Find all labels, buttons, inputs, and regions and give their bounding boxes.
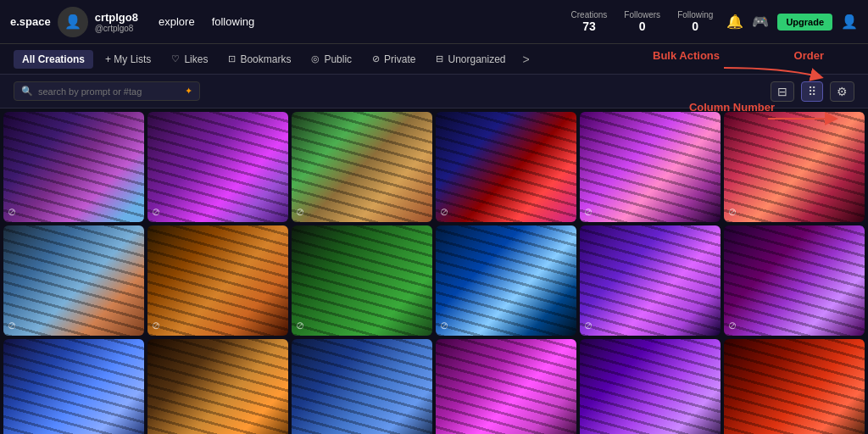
list-item[interactable]: ⊘ xyxy=(436,112,576,222)
search-input[interactable] xyxy=(38,86,180,97)
private-badge-icon: ⊘ xyxy=(584,320,593,331)
list-item[interactable]: ⊘ xyxy=(3,112,144,222)
grid-view-button[interactable]: ⠿ xyxy=(801,81,823,102)
stats-area: Creations 73 Followers 0 Following 0 xyxy=(571,10,714,33)
list-item[interactable]: ⊘ xyxy=(292,339,432,434)
order-settings-button[interactable]: ⚙ xyxy=(830,81,854,102)
list-item[interactable]: ⊘ xyxy=(436,225,576,336)
stat-creations-value: 73 xyxy=(571,19,608,33)
tab-private-label: Private xyxy=(384,53,415,65)
tab-public-label: Public xyxy=(324,53,352,65)
private-badge-icon: ⊘ xyxy=(296,320,304,331)
nav-explore[interactable]: explore xyxy=(159,15,195,28)
tab-my-lists-label: + My Lists xyxy=(105,53,151,65)
list-item[interactable]: ⊘ xyxy=(3,225,144,336)
bookmark-icon: ⊡ xyxy=(228,53,236,64)
stat-following-label: Following xyxy=(677,10,713,19)
private-badge-icon: ⊘ xyxy=(152,320,160,331)
tab-unorganized-label: Unorganized xyxy=(448,53,505,65)
tab-likes-label: Likes xyxy=(184,53,208,65)
notification-icon[interactable]: 🔔 xyxy=(726,14,743,30)
private-badge-icon: ⊘ xyxy=(728,206,737,218)
tab-private[interactable]: ⊘ Private xyxy=(364,50,424,69)
private-badge-icon: ⊘ xyxy=(728,320,737,331)
private-badge-icon: ⊘ xyxy=(8,206,16,218)
image-grid: ⊘ ⊘ ⊘ ⊘ ⊘ ⊘ ⊘ ⊘ ⊘ ⊘ ⊘ ⊘ ⊘ ⊘ ⊘ ⊘ ⊘ xyxy=(0,108,868,434)
username-block: crtplgo8 @crtplgo8 xyxy=(95,11,138,33)
private-badge-icon: ⊘ xyxy=(440,320,448,331)
discord-icon[interactable]: 🎮 xyxy=(752,14,769,30)
private-icon: ⊘ xyxy=(372,53,380,64)
list-item[interactable]: ⊘ xyxy=(3,339,144,434)
list-item[interactable]: ⊘ xyxy=(724,339,865,434)
tabs-bar: All Creations + My Lists ♡ Likes ⊡ Bookm… xyxy=(0,44,868,75)
list-item[interactable]: ⊘ xyxy=(292,225,432,336)
unorganized-icon: ⊟ xyxy=(436,53,443,64)
stat-following-value: 0 xyxy=(677,19,713,33)
tab-all-creations-label: All Creations xyxy=(22,53,85,65)
toolbar: 🔍 ✦ ⊟ ⠿ ⚙ xyxy=(0,75,868,108)
nav-links: explore following xyxy=(159,15,254,28)
tab-unorganized[interactable]: ⊟ Unorganized xyxy=(427,50,514,69)
list-item[interactable]: ⊘ xyxy=(580,112,721,222)
stat-following: Following 0 xyxy=(677,10,713,33)
tabs-more-button[interactable]: > xyxy=(518,49,535,70)
tab-likes[interactable]: ♡ Likes xyxy=(163,50,216,69)
stat-followers-label: Followers xyxy=(624,10,660,19)
list-item[interactable]: ⊘ xyxy=(147,225,288,336)
list-item[interactable]: ⊘ xyxy=(147,339,288,434)
private-badge-icon: ⊘ xyxy=(296,206,304,218)
private-badge-icon: ⊘ xyxy=(8,320,16,331)
list-item[interactable]: ⊘ xyxy=(724,112,865,222)
public-icon: ◎ xyxy=(311,53,320,64)
two-col-view-button[interactable]: ⊟ xyxy=(771,81,794,102)
toolbar-right: ⊟ ⠿ ⚙ xyxy=(771,81,854,102)
list-item[interactable]: ⊘ xyxy=(292,112,432,222)
user-handle: @crtplgo8 xyxy=(95,24,138,33)
list-item[interactable]: ⊘ xyxy=(724,225,865,336)
logo-text: e.space xyxy=(10,15,51,28)
search-box: 🔍 ✦ xyxy=(14,81,200,101)
stat-creations: Creations 73 xyxy=(571,10,608,33)
username: crtplgo8 xyxy=(95,11,138,24)
list-item[interactable]: ⊘ xyxy=(147,112,288,222)
stat-followers: Followers 0 xyxy=(624,10,660,33)
tab-all-creations[interactable]: All Creations xyxy=(14,50,93,69)
list-item[interactable]: ⊘ xyxy=(580,225,721,336)
search-icon: 🔍 xyxy=(21,86,33,97)
header: e.space 👤 crtplgo8 @crtplgo8 explore fol… xyxy=(0,0,868,44)
avatar: 👤 xyxy=(58,7,88,37)
logo-area: e.space 👤 crtplgo8 @crtplgo8 explore fol… xyxy=(10,7,254,37)
tab-my-lists[interactable]: + My Lists xyxy=(97,50,159,69)
upgrade-button[interactable]: Upgrade xyxy=(777,14,832,31)
heart-icon: ♡ xyxy=(171,53,180,64)
tab-bookmarks-label: Bookmarks xyxy=(240,53,291,65)
list-item[interactable]: ⊘ xyxy=(580,339,721,434)
nav-following[interactable]: following xyxy=(212,15,255,28)
user-menu-icon[interactable]: 👤 xyxy=(841,14,858,30)
header-icons: 🔔 🎮 Upgrade 👤 xyxy=(726,14,858,31)
list-item[interactable]: ⊘ xyxy=(436,339,576,434)
private-badge-icon: ⊘ xyxy=(152,206,160,218)
tab-bookmarks[interactable]: ⊡ Bookmarks xyxy=(220,50,299,69)
search-star-icon: ✦ xyxy=(185,86,192,97)
private-badge-icon: ⊘ xyxy=(584,206,593,218)
tab-public[interactable]: ◎ Public xyxy=(303,50,360,69)
stat-creations-label: Creations xyxy=(571,10,608,19)
private-badge-icon: ⊘ xyxy=(440,206,448,218)
stat-followers-value: 0 xyxy=(624,19,660,33)
